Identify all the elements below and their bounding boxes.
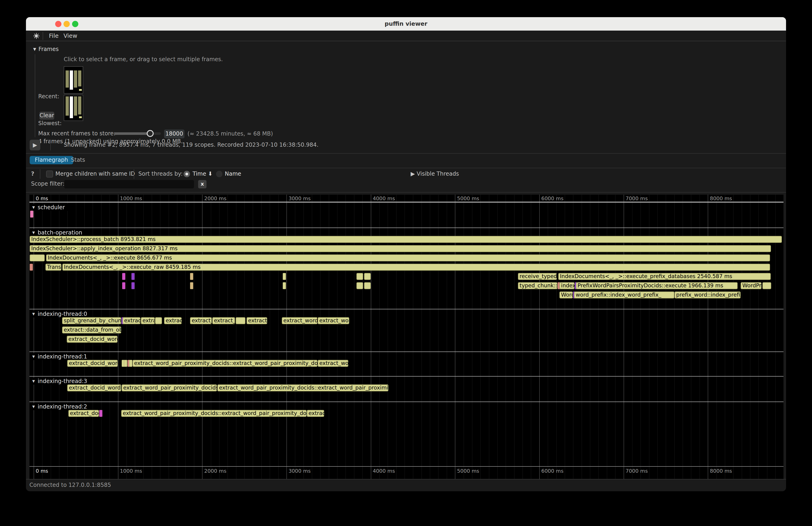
flame-bar[interactable]: extract_word_pair_proximity_docids::extr… xyxy=(121,410,307,417)
menu-view[interactable]: View xyxy=(63,31,77,41)
flame-bar[interactable]: extract_doc xyxy=(68,410,99,417)
flame-bar[interactable]: extract_ xyxy=(190,317,212,324)
theme-toggle-sun-icon[interactable] xyxy=(33,33,40,39)
flame-bar[interactable]: Word xyxy=(560,292,573,298)
flame-bar[interactable] xyxy=(30,254,45,261)
thread-header-batch-operation[interactable]: ▼batch-operation xyxy=(30,229,86,236)
flame-bar[interactable] xyxy=(30,210,33,218)
flame-bar[interactable]: extract xyxy=(247,317,267,324)
flame-bar[interactable] xyxy=(283,273,286,280)
scope-filter-label: Scope filter: xyxy=(31,180,64,187)
flame-bar[interactable]: word_prefix::index_word_prefix_ xyxy=(574,292,675,298)
flame-bar[interactable]: index xyxy=(560,282,575,289)
recent-frames-thumbnail[interactable] xyxy=(64,66,83,93)
flame-bar[interactable] xyxy=(124,360,127,367)
visible-threads-toggle[interactable]: ▶ Visible Threads xyxy=(411,171,459,177)
thread-header-indexing-thread-3[interactable]: ▼indexing-thread:3 xyxy=(30,378,91,385)
frame-bar[interactable] xyxy=(78,71,81,86)
flame-bar[interactable]: extract_docid_word xyxy=(67,336,117,343)
flame-bar[interactable]: Trans xyxy=(45,264,61,271)
flame-bar[interactable]: extract_docid_word xyxy=(67,384,121,391)
menu-bar: File View xyxy=(26,31,786,41)
flame-bar[interactable] xyxy=(99,410,102,417)
flame-bar[interactable]: extract_word_pair_proximity_docids::extr… xyxy=(133,360,318,367)
flame-bar[interactable]: extrac xyxy=(307,410,324,417)
tab-stats[interactable]: Stats xyxy=(71,156,85,164)
flame-bar[interactable] xyxy=(364,282,371,289)
frame-bar[interactable] xyxy=(74,71,77,88)
merge-children-checkbox[interactable] xyxy=(46,171,53,177)
flame-bar[interactable] xyxy=(357,273,363,280)
flame-bar[interactable] xyxy=(155,317,162,324)
slowest-frames-thumbnail[interactable] xyxy=(64,95,83,121)
frames-section-header[interactable]: ▼Frames xyxy=(33,46,59,53)
frame-bar[interactable] xyxy=(78,97,81,115)
sort-by-name-radio[interactable] xyxy=(216,171,222,177)
flame-bar[interactable] xyxy=(122,282,125,289)
flame-bar[interactable]: extract::data_from_ob xyxy=(62,326,121,334)
flame-bar[interactable]: extract_docid_word xyxy=(67,360,117,367)
frame-bar[interactable] xyxy=(70,97,73,118)
flame-bar[interactable]: IndexDocuments<_, _>::execute_prefix_dat… xyxy=(558,273,770,280)
clear-filter-button[interactable]: x xyxy=(198,180,206,188)
flame-bar[interactable]: extract_ xyxy=(212,317,235,324)
menu-file[interactable]: File xyxy=(49,31,59,41)
flame-bar[interactable]: IndexScheduler>::apply_index_operation 8… xyxy=(30,245,771,252)
axis-tick-label: 4000 ms xyxy=(373,468,395,474)
max-frames-value[interactable]: 18000 xyxy=(164,130,185,138)
flame-bar[interactable]: IndexScheduler>::process_batch 8953.821 … xyxy=(30,236,782,243)
thread-header-scheduler[interactable]: ▼scheduler xyxy=(30,204,69,211)
flame-bar[interactable] xyxy=(190,273,193,280)
flame-bar[interactable]: typed_chunk::w xyxy=(518,282,557,289)
flame-bar[interactable]: WordPr xyxy=(741,282,761,289)
tab-flamegraph[interactable]: Flamegraph xyxy=(30,156,73,164)
sort-by-time-radio[interactable] xyxy=(184,171,190,177)
flame-bar[interactable]: receive_typed_ xyxy=(518,273,557,280)
flame-bar[interactable] xyxy=(190,282,193,289)
flame-bar[interactable] xyxy=(763,282,771,289)
sort-by-time-label[interactable]: Time ⬇ xyxy=(192,171,213,177)
max-frames-slider[interactable] xyxy=(114,132,161,135)
flame-bar[interactable] xyxy=(364,273,371,280)
flame-bar[interactable]: IndexDocuments<_, _>::execute_raw 8459.1… xyxy=(62,264,770,271)
scope-filter-input[interactable] xyxy=(64,180,194,188)
flame-bar[interactable]: PrefixWordPairsProximityDocids::execute … xyxy=(576,282,737,289)
flame-bar[interactable]: extrac xyxy=(164,317,182,324)
flame-bar[interactable] xyxy=(357,282,363,289)
flame-bar[interactable] xyxy=(283,282,286,289)
flame-bar[interactable]: IndexDocuments<_, _>::execute 8656.677 m… xyxy=(46,254,770,261)
separator xyxy=(26,192,786,192)
app-window: puffin viewer File View ▼Frames Click to… xyxy=(26,17,786,491)
flame-bar[interactable]: extract_wo xyxy=(318,317,349,324)
help-button[interactable]: ? xyxy=(31,171,34,177)
frame-bar[interactable] xyxy=(74,97,77,116)
flame-bar[interactable] xyxy=(30,264,33,271)
flame-bar[interactable] xyxy=(131,282,135,289)
flame-bar[interactable]: extract_word xyxy=(282,317,318,324)
flame-bar[interactable]: extract_word_pair_proximity_docids xyxy=(122,384,217,391)
thread-header-indexing-thread-0[interactable]: ▼indexing-thread:0 xyxy=(30,310,91,318)
thread-header-indexing-thread-1[interactable]: ▼indexing-thread:1 xyxy=(30,353,91,360)
frame-bar[interactable] xyxy=(66,97,69,116)
flame-bar[interactable]: extract_wo xyxy=(318,360,348,367)
flame-bar[interactable]: split_grenad_by_chun xyxy=(62,317,121,324)
thread-name: scheduler xyxy=(38,204,65,210)
flame-bar[interactable] xyxy=(131,273,135,280)
flame-bar[interactable] xyxy=(122,273,125,280)
flamegraph-canvas[interactable]: 0 ms0 ms1000 ms1000 ms2000 ms2000 ms3000… xyxy=(29,195,783,479)
frame-bar[interactable] xyxy=(66,71,69,88)
flame-bar[interactable]: extract xyxy=(122,317,141,324)
title-bar[interactable]: puffin viewer xyxy=(26,17,786,31)
flame-bar[interactable] xyxy=(129,360,132,367)
clear-button[interactable]: Clear xyxy=(39,112,54,120)
frame-bar[interactable] xyxy=(70,71,73,90)
thread-header-indexing-thread-2[interactable]: ▼indexing-thread:2 xyxy=(30,403,91,410)
sort-by-name-label[interactable]: Name xyxy=(225,171,241,177)
flame-bar[interactable] xyxy=(236,317,245,324)
flame-bar[interactable]: extra xyxy=(141,317,155,324)
flame-bar[interactable]: extract_word_pair_proximity_docids::extr… xyxy=(217,384,388,391)
play-button[interactable]: ▶ xyxy=(30,140,40,150)
slider-handle[interactable] xyxy=(147,130,154,137)
sort-threads-label: Sort threads by: xyxy=(138,171,183,177)
flame-bar[interactable]: prefix_word::index_prefix_wo xyxy=(675,292,741,298)
